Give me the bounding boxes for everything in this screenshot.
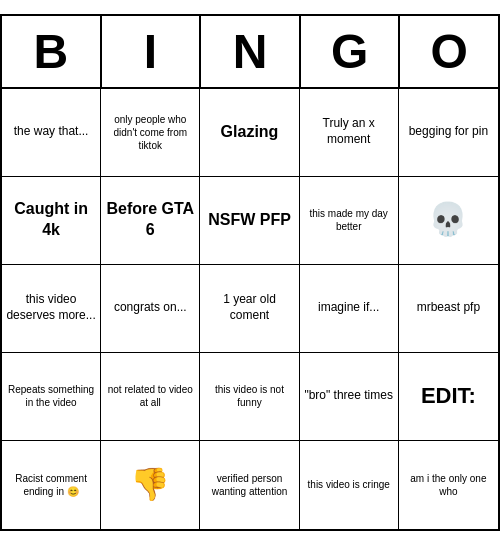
bingo-card: BINGO the way that...only people who did…	[0, 14, 500, 531]
bingo-cell-16: not related to video at all	[101, 353, 200, 441]
cell-text-2: Glazing	[221, 122, 279, 143]
cell-text-13: imagine if...	[318, 300, 379, 316]
cell-text-16: not related to video at all	[105, 383, 195, 409]
cell-text-4: begging for pin	[409, 124, 488, 140]
cell-text-10: this video deserves more...	[6, 292, 96, 323]
cell-text-0: the way that...	[14, 124, 89, 140]
bingo-cell-8: this made my day better	[300, 177, 399, 265]
bingo-cell-13: imagine if...	[300, 265, 399, 353]
bingo-cell-12: 1 year old coment	[200, 265, 299, 353]
bingo-cell-23: this video is cringe	[300, 441, 399, 529]
cell-text-12: 1 year old coment	[204, 292, 294, 323]
bingo-cell-21: 👎	[101, 441, 200, 529]
cell-text-21: 👎	[130, 464, 170, 506]
cell-text-6: Before GTA 6	[105, 199, 195, 241]
bingo-cell-19: EDIT:	[399, 353, 498, 441]
bingo-cell-4: begging for pin	[399, 89, 498, 177]
bingo-letter-n: N	[201, 16, 301, 87]
cell-text-15: Repeats something in the video	[6, 383, 96, 409]
cell-text-19: EDIT:	[421, 382, 476, 411]
cell-text-18: "bro" three times	[304, 388, 393, 404]
cell-text-17: this video is not funny	[204, 383, 294, 409]
bingo-cell-17: this video is not funny	[200, 353, 299, 441]
bingo-cell-3: Truly an x moment	[300, 89, 399, 177]
cell-text-7: NSFW PFP	[208, 210, 291, 231]
bingo-cell-6: Before GTA 6	[101, 177, 200, 265]
cell-text-23: this video is cringe	[308, 478, 390, 491]
bingo-cell-0: the way that...	[2, 89, 101, 177]
cell-text-22: verified person wanting attention	[204, 472, 294, 498]
bingo-cell-9: 💀	[399, 177, 498, 265]
bingo-cell-5: Caught in 4k	[2, 177, 101, 265]
cell-text-5: Caught in 4k	[6, 199, 96, 241]
bingo-cell-24: am i the only one who	[399, 441, 498, 529]
bingo-cell-10: this video deserves more...	[2, 265, 101, 353]
bingo-cell-15: Repeats something in the video	[2, 353, 101, 441]
bingo-letter-b: B	[2, 16, 102, 87]
bingo-cell-14: mrbeast pfp	[399, 265, 498, 353]
cell-text-11: congrats on...	[114, 300, 187, 316]
bingo-cell-20: Racist comment ending in 😊	[2, 441, 101, 529]
cell-text-20: Racist comment ending in 😊	[6, 472, 96, 498]
bingo-cell-18: "bro" three times	[300, 353, 399, 441]
bingo-cell-22: verified person wanting attention	[200, 441, 299, 529]
bingo-grid: the way that...only people who didn't co…	[2, 89, 498, 529]
bingo-cell-11: congrats on...	[101, 265, 200, 353]
bingo-letter-i: I	[102, 16, 202, 87]
cell-text-9: 💀	[428, 199, 468, 241]
cell-text-3: Truly an x moment	[304, 116, 394, 147]
cell-text-8: this made my day better	[304, 207, 394, 233]
bingo-cell-7: NSFW PFP	[200, 177, 299, 265]
bingo-cell-2: Glazing	[200, 89, 299, 177]
cell-text-24: am i the only one who	[403, 472, 494, 498]
bingo-cell-1: only people who didn't come from tiktok	[101, 89, 200, 177]
bingo-letter-g: G	[301, 16, 401, 87]
bingo-header: BINGO	[2, 16, 498, 89]
cell-text-14: mrbeast pfp	[417, 300, 480, 316]
cell-text-1: only people who didn't come from tiktok	[105, 113, 195, 152]
bingo-letter-o: O	[400, 16, 498, 87]
